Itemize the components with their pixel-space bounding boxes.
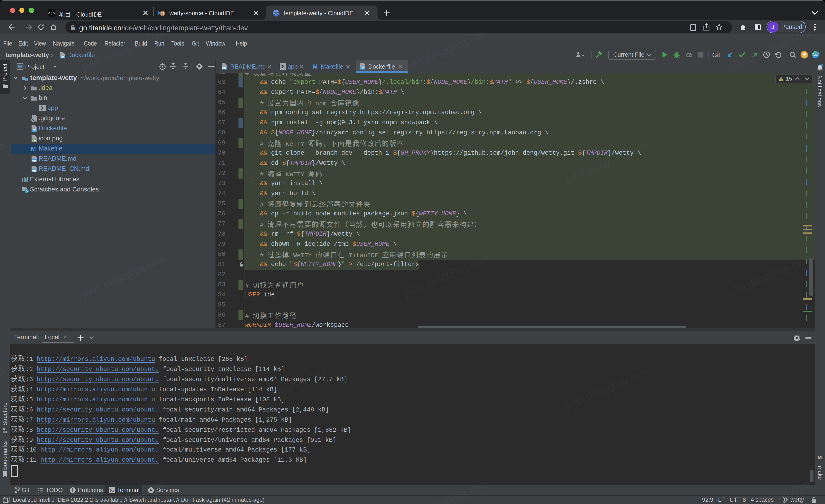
svg-text:D: D <box>61 56 63 59</box>
svg-text:M: M <box>818 455 822 459</box>
svg-text:</>: </> <box>275 10 278 13</box>
svg-text:<t>: <t> <box>48 11 55 15</box>
svg-text:M: M <box>30 145 36 152</box>
svg-text:JS: JS <box>161 11 164 15</box>
svg-text:D: D <box>361 67 363 70</box>
svg-text:M: M <box>313 63 318 69</box>
